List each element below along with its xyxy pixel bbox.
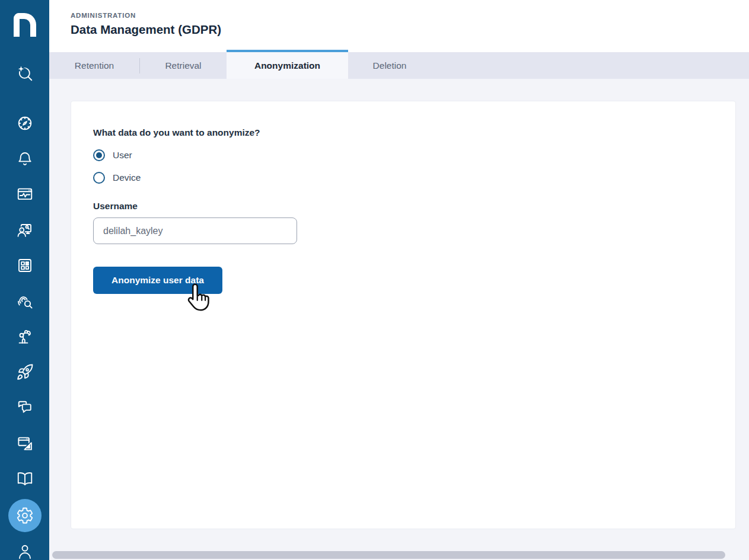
radio-option-device[interactable]: Device: [93, 170, 141, 185]
settings-gear-icon: [16, 507, 34, 524]
radio-circle-user: [93, 149, 105, 161]
monitor-pulse-icon[interactable]: [16, 185, 34, 203]
radio-option-user[interactable]: User: [93, 148, 132, 163]
tab-bar: Retention Retrieval Anonymization Deleti…: [49, 52, 749, 79]
breadcrumb-eyebrow: ADMINISTRATION: [71, 12, 749, 19]
investigate-fingerprint-search-icon[interactable]: [16, 292, 34, 310]
launch-rocket-icon[interactable]: [16, 363, 34, 381]
tab-retention[interactable]: Retention: [49, 52, 139, 79]
nexthink-logo[interactable]: [14, 13, 36, 37]
tab-deletion[interactable]: Deletion: [348, 52, 431, 79]
page-header: ADMINISTRATION Data Management (GDPR): [49, 0, 749, 52]
anonymize-user-data-button[interactable]: Anonymize user data: [93, 267, 222, 294]
anonymization-panel: What data do you want to anonymize? User…: [71, 101, 736, 529]
horizontal-scrollbar-thumb[interactable]: [52, 551, 725, 559]
tab-anonymization[interactable]: Anonymization: [227, 50, 348, 79]
app-window: ADMINISTRATION Data Management (GDPR) Re…: [0, 0, 749, 560]
username-label: Username: [93, 201, 735, 212]
engage-chat-bubbles-icon[interactable]: [16, 399, 34, 417]
sidebar-item-settings[interactable]: [8, 499, 42, 532]
username-input[interactable]: [93, 217, 297, 244]
radio-circle-device: [93, 172, 105, 184]
radio-label-user: User: [113, 150, 132, 161]
anonymize-question-label: What data do you want to anonymize?: [93, 127, 735, 138]
design-window-ruler-icon[interactable]: [16, 434, 34, 452]
account-person-icon[interactable]: [16, 542, 34, 560]
tab-retrieval[interactable]: Retrieval: [140, 52, 227, 79]
library-open-book-icon[interactable]: [16, 470, 34, 488]
automation-robot-arm-icon[interactable]: [16, 328, 34, 345]
content-area: What data do you want to anonymize? User…: [49, 79, 749, 560]
sidebar: [0, 0, 49, 560]
applications-grid-icon[interactable]: [16, 257, 34, 274]
remote-worker-screen-icon[interactable]: [16, 221, 34, 239]
main-area: ADMINISTRATION Data Management (GDPR) Re…: [49, 0, 749, 560]
ai-search-icon[interactable]: [16, 65, 34, 82]
compass-icon[interactable]: [16, 114, 34, 132]
page-title: Data Management (GDPR): [71, 23, 749, 37]
alerts-bell-icon[interactable]: [16, 150, 34, 168]
radio-label-device: Device: [113, 172, 141, 183]
